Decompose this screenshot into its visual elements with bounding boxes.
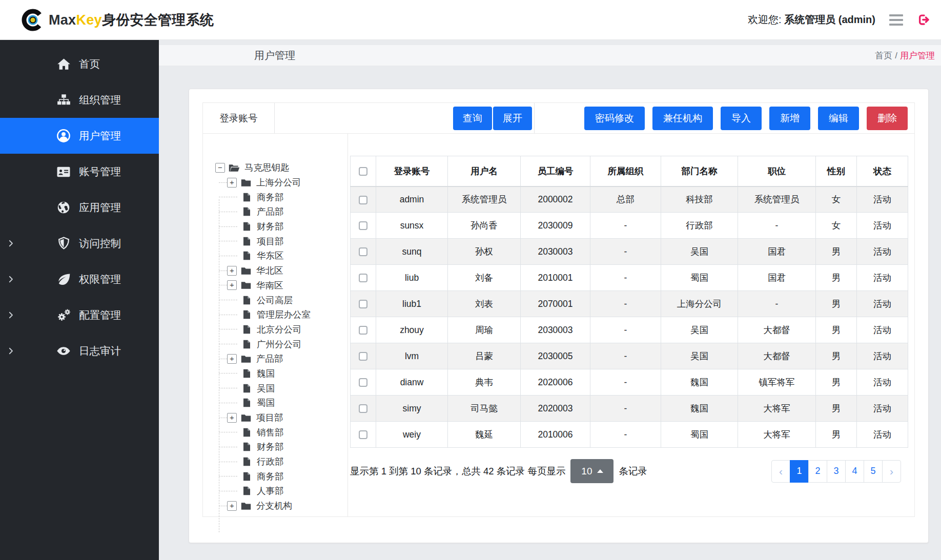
row-checkbox[interactable] — [359, 326, 367, 335]
edit-button[interactable]: 编辑 — [818, 107, 859, 130]
prev-page-button[interactable]: ‹ — [771, 460, 790, 483]
sidebar-item-config-mgmt[interactable]: 配置管理 — [0, 297, 159, 333]
tree-node[interactable]: 项目部 — [215, 234, 347, 248]
tree-node[interactable]: 广州分公司 — [215, 337, 347, 351]
table-row: liub1刘表2070001-上海分公司-男活动 — [351, 291, 908, 317]
action-buttons: 密码修改兼任机构导入新增编辑删除 — [584, 107, 914, 130]
page-3-button[interactable]: 3 — [827, 460, 846, 483]
table-cell: - — [590, 239, 661, 265]
tree-node[interactable]: 商务部 — [215, 469, 347, 484]
page-4-button[interactable]: 4 — [845, 460, 864, 483]
sidebar-item-app-mgmt[interactable]: 应用管理 — [0, 190, 159, 225]
menu-toggle-icon[interactable] — [889, 14, 903, 26]
row-checkbox[interactable] — [359, 247, 367, 256]
tree-node[interactable]: 人事部 — [215, 484, 347, 499]
tree-node[interactable]: 魏国 — [215, 366, 347, 381]
tree-node[interactable]: −马克思钥匙 — [215, 160, 347, 175]
row-checkbox[interactable] — [359, 196, 367, 204]
breadcrumb-home[interactable]: 首页 — [875, 51, 892, 60]
body-row: −马克思钥匙+上海分公司商务部产品部财务部项目部华东区+华北区+华南区公司高层管… — [203, 134, 914, 516]
sidebar-item-account-mgmt[interactable]: 账号管理 — [0, 154, 159, 190]
row-checkbox[interactable] — [359, 221, 367, 230]
file-icon — [241, 369, 252, 378]
add-button[interactable]: 新增 — [769, 107, 810, 130]
tree-node[interactable]: +分支机构 — [215, 499, 347, 513]
file-icon — [241, 193, 252, 202]
column-header: 性别 — [816, 156, 857, 186]
sidebar-item-access-control[interactable]: 访问控制 — [0, 225, 159, 261]
row-checkbox[interactable] — [359, 300, 367, 308]
tree-node-label: 分支机构 — [256, 500, 292, 512]
tree-node[interactable]: 财务部 — [215, 219, 347, 234]
tree-node[interactable]: +华北区 — [215, 263, 347, 278]
tree-node[interactable]: 公司高层 — [215, 293, 347, 307]
minus-toggle-icon[interactable]: − — [215, 163, 225, 173]
row-checkbox[interactable] — [359, 274, 367, 282]
logout-icon[interactable] — [917, 13, 931, 27]
tree-node[interactable]: 蜀国 — [215, 396, 347, 410]
password-modify-button[interactable]: 密码修改 — [584, 107, 645, 130]
row-checkbox[interactable] — [359, 404, 367, 413]
file-icon — [241, 472, 252, 481]
column-header: 员工编号 — [521, 156, 590, 186]
brand-max: Max — [49, 12, 76, 28]
page-2-button[interactable]: 2 — [808, 460, 827, 483]
file-icon — [241, 384, 252, 393]
tree-node[interactable]: 销售部 — [215, 425, 347, 440]
plus-toggle-icon[interactable]: + — [227, 413, 237, 423]
next-page-button[interactable]: › — [882, 460, 901, 483]
tree-node[interactable]: 商务部 — [215, 190, 347, 204]
tree-connector-stub — [219, 403, 237, 403]
query-button[interactable]: 查询 — [453, 107, 492, 130]
plus-toggle-icon[interactable]: + — [227, 354, 237, 364]
tree-node[interactable]: 管理层办公室 — [215, 307, 347, 322]
row-select-cell — [351, 343, 376, 369]
table-row: sunsx孙尚香2030009-行政部-女活动 — [351, 213, 908, 239]
row-checkbox[interactable] — [359, 378, 367, 387]
plus-toggle-icon[interactable]: + — [227, 266, 237, 276]
tree-node[interactable]: 华东区 — [215, 248, 347, 263]
select-all-checkbox[interactable] — [359, 167, 367, 176]
page-1-button[interactable]: 1 — [790, 460, 809, 483]
table-cell: 魏国 — [661, 396, 738, 422]
tree-node[interactable]: 行政部 — [215, 454, 347, 469]
table-cell: 吴国 — [661, 343, 738, 369]
sidebar-item-org-mgmt[interactable]: 组织管理 — [0, 82, 159, 118]
table-row: zhouy周瑜2030003-吴国大都督男活动 — [351, 317, 908, 343]
sidebar: 首页组织管理用户管理账号管理应用管理访问控制权限管理配置管理日志审计 — [0, 40, 159, 560]
maxkey-logo-icon — [21, 8, 45, 32]
tree-node[interactable]: +产品部 — [215, 351, 347, 366]
table-cell: 系统管理员 — [738, 186, 816, 213]
tree-node-label: 产品部 — [256, 352, 283, 365]
sidebar-item-permission-mgmt[interactable]: 权限管理 — [0, 261, 159, 297]
row-checkbox[interactable] — [359, 352, 367, 361]
table-cell: 2020006 — [521, 369, 590, 396]
top-navbar: MaxKey身份安全管理系统 欢迎您: 系统管理员 (admin) — [0, 0, 941, 40]
sidebar-item-home[interactable]: 首页 — [0, 46, 159, 82]
delete-button[interactable]: 删除 — [867, 107, 908, 130]
row-checkbox[interactable] — [359, 430, 367, 439]
tree-node[interactable]: 产品部 — [215, 204, 347, 219]
plus-toggle-icon[interactable]: + — [227, 178, 237, 188]
plus-toggle-icon[interactable]: + — [227, 501, 237, 511]
table-cell: 女 — [816, 213, 857, 239]
page-5-button[interactable]: 5 — [864, 460, 883, 483]
tree-node[interactable]: +上海分公司 — [215, 175, 347, 190]
concurrent-org-button[interactable]: 兼任机构 — [652, 107, 713, 130]
expand-button[interactable]: 展开 — [493, 107, 532, 130]
import-button[interactable]: 导入 — [721, 107, 762, 130]
file-icon — [241, 442, 252, 451]
tree-node[interactable]: +项目部 — [215, 410, 347, 425]
tree-node[interactable]: 吴国 — [215, 381, 347, 396]
plus-toggle-icon[interactable]: + — [227, 280, 237, 290]
login-account-input[interactable] — [275, 103, 453, 133]
tree-connector-line — [219, 199, 219, 532]
tree-node[interactable]: +华南区 — [215, 278, 347, 293]
sidebar-item-user-mgmt[interactable]: 用户管理 — [0, 118, 159, 154]
sidebar-item-log-audit[interactable]: 日志审计 — [0, 333, 159, 369]
table-cell: weiy — [376, 422, 448, 448]
table-area: 登录账号用户名员工编号所属组织部门名称职位性别状态 admin系统管理员2000… — [348, 134, 914, 516]
tree-node[interactable]: 北京分公司 — [215, 322, 347, 337]
tree-node[interactable]: 财务部 — [215, 440, 347, 454]
page-size-select[interactable]: 10 — [570, 459, 613, 483]
